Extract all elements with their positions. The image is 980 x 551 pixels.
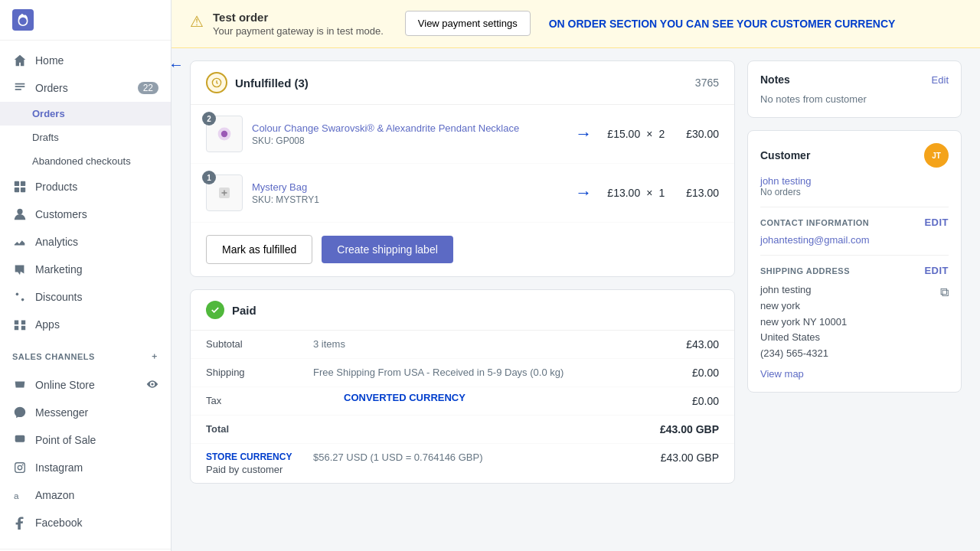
customers-icon: [12, 207, 28, 222]
sidebar-label-discounts: Discounts: [35, 291, 82, 303]
sidebar-logo: [0, 0, 171, 41]
shopify-logo-icon: [12, 9, 34, 31]
product-sku-1: SKU: GP008: [252, 135, 560, 146]
analytics-icon: [12, 234, 28, 249]
svg-rect-2: [15, 187, 19, 192]
arrow-price-2: →: [575, 183, 592, 203]
sidebar-label-facebook: Facebook: [35, 517, 82, 529]
payment-rows: Subtotal 3 items £43.00 Shipping Free Sh…: [191, 331, 734, 483]
sidebar-item-discounts[interactable]: Discounts: [0, 283, 171, 311]
paid-header: Paid: [191, 290, 734, 331]
payment-desc-shipping: Free Shipping From USA - Received in 5-9…: [313, 367, 658, 378]
sidebar-item-orders[interactable]: Orders 22: [0, 74, 171, 102]
sidebar-item-products[interactable]: Products: [0, 173, 171, 201]
customer-avatar: JT: [924, 143, 949, 168]
paid-card: Paid Subtotal 3 items £43.00 Shipping Fr…: [190, 289, 735, 484]
sidebar-item-online-store[interactable]: Online Store: [0, 371, 171, 399]
sidebar-item-marketing[interactable]: Marketing: [0, 256, 171, 283]
test-order-title: Test order: [213, 11, 384, 24]
notes-edit-button[interactable]: Edit: [932, 74, 949, 86]
payment-amount-total: £43.00 GBP: [658, 423, 719, 435]
sidebar-label-marketing: Marketing: [35, 263, 82, 276]
sales-channels-header: SALES CHANNELS ＋: [0, 344, 171, 365]
sidebar-label-home: Home: [35, 54, 64, 67]
sidebar-item-orders-sub[interactable]: Orders: [0, 102, 171, 126]
product-name-1[interactable]: Colour Change Swarovski® & Alexandrite P…: [252, 122, 560, 134]
payment-label-tax: Tax: [206, 395, 313, 406]
facebook-icon: [12, 515, 28, 530]
main-content: ⚠ Test order Your payment gateway is in …: [172, 0, 980, 551]
product-total-1: £30.00: [686, 128, 719, 140]
svg-point-6: [21, 298, 24, 302]
view-map-link[interactable]: View map: [760, 368, 949, 380]
sidebar-item-pos[interactable]: Point of Sale: [0, 426, 171, 454]
payment-label-paid-customer: STORE CURRENCY Paid by customer: [206, 452, 313, 475]
svg-point-4: [17, 209, 22, 214]
home-icon: [12, 53, 28, 68]
payment-row-paid-by-customer: STORE CURRENCY Paid by customer $56.27 U…: [191, 444, 734, 483]
shipping-phone: (234) 565-4321: [760, 346, 949, 362]
copy-address-button[interactable]: ⧉: [940, 282, 949, 302]
mark-fulfilled-button[interactable]: Mark as fulfilled: [206, 235, 312, 264]
converted-annotation: CONVERTED CURRENCY: [344, 392, 466, 403]
customer-card-header: Customer JT: [760, 143, 949, 168]
sidebar-item-apps[interactable]: Apps: [0, 311, 171, 338]
sidebar-item-home[interactable]: Home: [0, 47, 171, 74]
product-badge-1: 2: [202, 112, 216, 126]
unfulfilled-header: Unfulfilled (3) 3765: [191, 61, 734, 105]
payment-desc-subtotal: 3 items: [313, 338, 658, 350]
products-icon: [12, 179, 28, 194]
product-row-1: 2 Colour Change Swarovski® & Alexandrite…: [191, 105, 734, 164]
sidebar: Home Orders 22 Orders Drafts Abandoned c…: [0, 0, 172, 551]
svg-point-9: [18, 465, 21, 469]
multiply-1: ×: [646, 128, 652, 140]
quantity-2: 1: [658, 187, 665, 199]
svg-rect-8: [15, 463, 25, 473]
svg-point-14: [221, 131, 227, 137]
shipping-line1: new york: [760, 298, 949, 315]
create-shipping-label-button[interactable]: Create shipping label: [322, 236, 453, 263]
orders-icon: [12, 80, 28, 96]
apps-icon: [12, 317, 28, 332]
svg-point-5: [16, 293, 19, 296]
sidebar-item-amazon[interactable]: a Amazon: [0, 481, 171, 509]
product-info-2: Mystery Bag SKU: MYSTRY1: [252, 181, 560, 205]
view-payment-settings-button[interactable]: View payment settings: [405, 11, 531, 36]
sidebar-item-messenger[interactable]: Messenger: [0, 399, 171, 426]
product-price-2: £13.00 × 1: [607, 187, 665, 199]
unit-price-2: £13.00: [607, 187, 640, 199]
contact-info-title: CONTACT INFORMATION: [760, 218, 869, 227]
currency-annotation: ON ORDER SECTION YOU CAN SEE YOUR CUSTOM…: [549, 18, 896, 30]
svg-text:a: a: [14, 491, 19, 500]
shipping-address: ⧉ john testing new york new york NY 1000…: [760, 282, 949, 362]
svg-rect-7: [15, 435, 25, 442]
sidebar-item-analytics[interactable]: Analytics: [0, 228, 171, 256]
unfulfilled-icon: [206, 72, 227, 93]
svg-rect-1: [21, 181, 25, 186]
notes-title: Notes: [760, 73, 790, 86]
contact-info-header: CONTACT INFORMATION Edit: [760, 217, 949, 228]
sidebar-label-drafts: Drafts: [32, 132, 59, 143]
shipping-country: United States: [760, 330, 949, 346]
sidebar-item-drafts[interactable]: Drafts: [0, 126, 171, 149]
contact-edit-button[interactable]: Edit: [924, 217, 949, 228]
add-sales-channel-button[interactable]: ＋: [150, 350, 159, 362]
sidebar-item-abandoned[interactable]: Abandoned checkouts: [0, 149, 171, 173]
svg-rect-3: [21, 187, 25, 192]
shipping-address-header: SHIPPING ADDRESS Edit: [760, 265, 949, 276]
sidebar-item-instagram[interactable]: Instagram: [0, 454, 171, 481]
arrow-price-1: →: [575, 124, 592, 144]
sidebar-item-facebook[interactable]: Facebook: [0, 509, 171, 536]
customer-orders: No orders: [760, 187, 949, 197]
product-total-2: £13.00: [686, 187, 719, 199]
product-info-1: Colour Change Swarovski® & Alexandrite P…: [252, 122, 560, 146]
contact-email[interactable]: johantesting@gmail.com: [760, 234, 949, 246]
sidebar-item-customers[interactable]: Customers: [0, 201, 171, 228]
payment-label-subtotal: Subtotal: [206, 338, 313, 350]
customer-name[interactable]: john testing: [760, 175, 949, 187]
sidebar-label-analytics: Analytics: [35, 236, 78, 248]
test-order-banner: ⚠ Test order Your payment gateway is in …: [172, 0, 980, 48]
eye-icon[interactable]: [146, 378, 158, 393]
product-name-2[interactable]: Mystery Bag: [252, 181, 560, 193]
shipping-edit-button[interactable]: Edit: [924, 265, 949, 276]
